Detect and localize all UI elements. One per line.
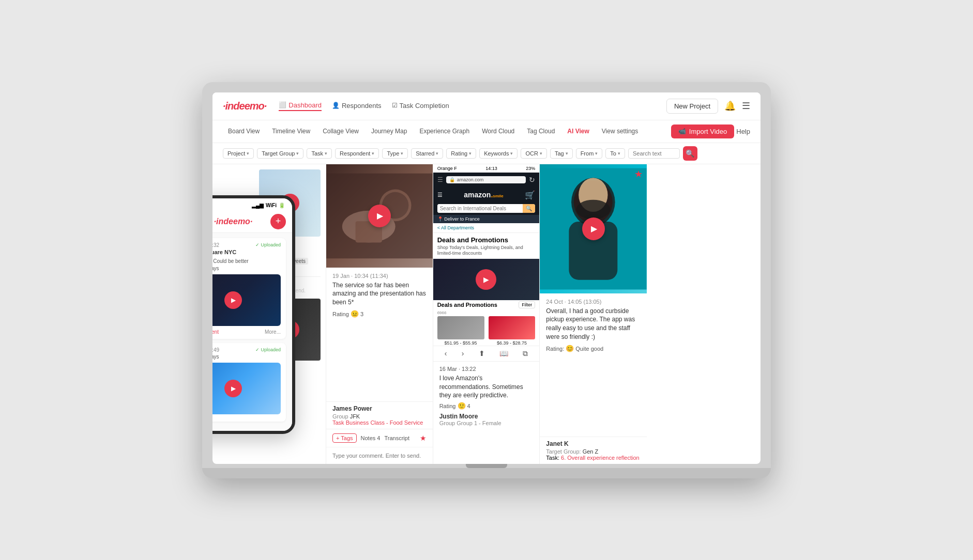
filter-from[interactable]: From ▾	[576, 148, 603, 159]
amazon-browser-back[interactable]: ☰	[437, 176, 443, 183]
mobile-entry-1: Aug 07 · 11:32 ✓ Uploaded Times Square N…	[212, 238, 286, 339]
mobile-more-1[interactable]: More...	[265, 329, 281, 335]
mobile-uploaded-2: ✓ Uploaded	[255, 347, 281, 352]
filter-target-group[interactable]: Target Group ▾	[257, 148, 303, 159]
card-starred-star-icon[interactable]: ★	[634, 168, 643, 180]
card-coffee-body: 19 Jan · 10:34 (11:34) The service so fa…	[326, 268, 433, 401]
tab-word-cloud[interactable]: Word Cloud	[477, 126, 520, 137]
mobile-entry-2: Aug 07 · 10:49 ✓ Uploaded Task: Holidays…	[212, 343, 286, 422]
import-video-button[interactable]: 📹 Import Video	[671, 125, 734, 138]
svg-point-10	[576, 199, 611, 219]
card-starred-body: 24 Oct · 14:05 (13:05) Overall, I had a …	[540, 293, 647, 437]
amazon-carrier: Orange F	[437, 166, 457, 171]
filter-tag[interactable]: Tag ▾	[550, 148, 573, 159]
mobile-add-comment-1[interactable]: Add Comment	[212, 329, 219, 335]
card-starred-play-button[interactable]	[582, 217, 605, 240]
search-button[interactable]: 🔍	[683, 146, 697, 161]
mobile-add-button[interactable]: +	[270, 214, 286, 229]
tab-ai-view[interactable]: AI View	[562, 126, 594, 137]
add-tags-button[interactable]: + Tags	[332, 433, 357, 443]
nav-respondents[interactable]: 👤 Respondents	[332, 101, 382, 111]
card-coffee-comment-input[interactable]	[332, 450, 427, 461]
laptop-frame: ·indeemo· ⬜ Dashboard 👤 Respondents ☑ Ta…	[202, 82, 771, 478]
filter-to[interactable]: To ▾	[605, 148, 625, 159]
amazon-search-bar: 🔍	[437, 204, 536, 213]
card-starred-task: Task: 6. Overall experience reflection	[546, 455, 641, 461]
card-starred-username: Janet K	[546, 440, 641, 447]
mobile-body: Aug 07 · 11:32 ✓ Uploaded Times Square N…	[212, 233, 292, 431]
filter-starred[interactable]: Starred ▾	[411, 148, 443, 159]
mobile-rating-1: Rating: 😐 Could be better	[212, 257, 281, 265]
tab-view-settings[interactable]: View settings	[597, 126, 643, 137]
mobile-play-button-1[interactable]: ▶	[224, 291, 242, 309]
amazon-url-bar[interactable]: 🔒 amazon.com	[446, 176, 526, 183]
hamburger-icon[interactable]: ☰	[742, 100, 750, 112]
amazon-search-container: 🔍	[433, 202, 540, 215]
notes-button[interactable]: Notes 4	[361, 435, 381, 441]
filter-type[interactable]: Type ▾	[382, 148, 408, 159]
search-text-input[interactable]	[628, 148, 680, 159]
amazon-back-icon[interactable]: ‹	[445, 349, 447, 358]
mobile-play-button-2[interactable]: ▶	[224, 380, 242, 397]
filter-bar: Project ▾ Target Group ▾ Task ▾ Responde…	[212, 143, 761, 164]
card-starred-date: 24 Oct · 14:05 (13:05)	[546, 299, 641, 305]
filter-ocr[interactable]: OCR ▾	[521, 148, 546, 159]
card-coffee-user-info: James Power Group JFK Task Business Clas…	[326, 401, 433, 429]
filter-rating[interactable]: Rating ▾	[446, 148, 476, 159]
bell-icon[interactable]: 🔔	[724, 100, 736, 112]
card-coffee-username: James Power	[332, 405, 427, 412]
card-starred-media: ★	[540, 164, 647, 293]
mobile-video-thumb-1[interactable]: ▶	[212, 274, 281, 326]
tab-timeline-view[interactable]: Timeline View	[267, 126, 315, 137]
amazon-search-button[interactable]: 🔍	[523, 204, 535, 213]
amazon-filter-button[interactable]: Filter	[519, 301, 535, 308]
amazon-cart-icon[interactable]: 🛒	[525, 190, 535, 200]
main-content: 9:41 ▂▄▆ WiFi 🔋 ☰ ·indeemo· +	[212, 164, 761, 464]
filter-keywords[interactable]: Keywords ▾	[479, 148, 518, 159]
lock-icon: 🔒	[449, 177, 455, 182]
tab-journey-map[interactable]: Journey Map	[366, 126, 412, 137]
nav-dashboard[interactable]: ⬜ Dashboard	[279, 101, 322, 111]
amazon-logo: amazon.smile	[464, 191, 503, 199]
amazon-product-1: $51.95 - $55.95	[437, 316, 484, 346]
filter-project[interactable]: Project ▾	[223, 148, 254, 159]
amazon-deals-header: Deals and Promotions	[433, 233, 540, 245]
filter-task[interactable]: Task ▾	[307, 148, 332, 159]
cards-grid: ▶ (13:34) · · · perience r money Sweets …	[254, 164, 761, 464]
sub-nav: Board View Timeline View Collage View Jo…	[212, 120, 761, 143]
mobile-task-1: Task: Holidays	[212, 266, 281, 271]
amazon-share-icon[interactable]: ⬆	[479, 349, 485, 358]
laptop-screen: ·indeemo· ⬜ Dashboard 👤 Respondents ☑ Ta…	[212, 92, 761, 464]
card-coffee-play-button[interactable]	[368, 205, 391, 227]
brand-logo: ·indeemo·	[223, 100, 266, 112]
card-coffee-comment-area	[326, 447, 433, 464]
tab-board-view[interactable]: Board View	[223, 126, 265, 137]
amazon-search-input[interactable]	[437, 204, 523, 213]
tab-tag-cloud[interactable]: Tag Cloud	[522, 126, 560, 137]
amazon-deliver-to: 📍 Deliver to France	[433, 215, 540, 223]
amazon-refresh-icon[interactable]: ↻	[529, 176, 535, 184]
nav-task-completion[interactable]: ☑ Task Completion	[392, 101, 449, 111]
amazon-forward-icon[interactable]: ›	[462, 349, 464, 358]
new-project-button[interactable]: New Project	[666, 99, 718, 114]
transcript-button[interactable]: Transcript	[384, 435, 409, 441]
tab-collage-view[interactable]: Collage View	[317, 126, 364, 137]
card-coffee: 19 Jan · 10:34 (11:34) The service so fa…	[326, 164, 433, 464]
amazon-bookmark-icon[interactable]: 📖	[499, 349, 508, 358]
amazon-product-2: $6.39 - $28.75	[489, 316, 536, 346]
amazon-battery: 23%	[526, 166, 535, 171]
amazon-deals-title-2: Deals and Promotions	[437, 302, 497, 308]
help-button[interactable]: Help	[736, 128, 750, 135]
amazon-respondent: 16 Mar · 13:22 I love Amazon's recommend…	[433, 361, 540, 430]
card-coffee-media	[326, 164, 433, 268]
tab-experience-graph[interactable]: Experience Graph	[414, 126, 475, 137]
filter-respondent[interactable]: Respondent ▾	[335, 148, 379, 159]
signal-icon: ▂▄▆	[252, 203, 264, 208]
battery-icon: 🔋	[279, 203, 285, 208]
amazon-menu-icon[interactable]: ☰	[437, 192, 443, 198]
amazon-video-play-button[interactable]: ▶	[476, 269, 496, 290]
star-icon[interactable]: ★	[420, 434, 427, 442]
amazon-tabs-icon[interactable]: ⧉	[523, 349, 528, 358]
mobile-video-thumb-2[interactable]: ▶	[212, 363, 281, 414]
amazon-breadcrumb[interactable]: < All Departments	[433, 223, 540, 233]
